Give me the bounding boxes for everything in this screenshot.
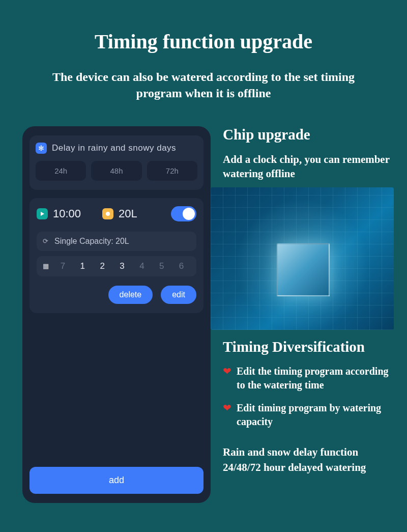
calendar-icon: ▦ xyxy=(43,262,49,270)
liters-icon xyxy=(102,208,113,219)
heart-icon: ❤ xyxy=(223,365,231,392)
delay-option-48h[interactable]: 48h xyxy=(91,161,141,181)
repeat-icon: ⟳ xyxy=(43,237,48,245)
svg-point-1 xyxy=(106,212,110,216)
day-1[interactable]: 1 xyxy=(74,261,92,271)
timing-diversification-title: Timing Diversification xyxy=(223,339,393,355)
day-7[interactable]: 7 xyxy=(54,261,72,271)
delay-option-72h[interactable]: 72h xyxy=(147,161,197,181)
snowflake-icon: ✻ xyxy=(36,143,47,154)
schedule-time: 10:00 xyxy=(53,207,81,220)
chip-upgrade-title: Chip upgrade xyxy=(223,126,393,143)
edit-button[interactable]: edit xyxy=(161,286,196,304)
schedule-card: 10:00 20L ⟳ Single Capacity: 20L ▦ 7 1 2… xyxy=(30,198,204,313)
day-3[interactable]: 3 xyxy=(113,261,131,271)
add-button[interactable]: add xyxy=(30,467,204,494)
capacity-label: Single Capacity: 20L xyxy=(54,237,129,246)
page-subtitle: The device can also be watered according… xyxy=(0,53,407,102)
phone-mockup: ✻ Delay in rainy and snowy days 24h 48h … xyxy=(22,126,211,503)
day-2[interactable]: 2 xyxy=(94,261,111,271)
chip-upgrade-body: Add a clock chip, you can remember water… xyxy=(223,152,393,181)
delete-button[interactable]: delete xyxy=(108,286,153,304)
timing-bullet-1: Edit the timing program according to the… xyxy=(237,365,393,392)
delay-option-24h[interactable]: 24h xyxy=(36,161,86,181)
day-5[interactable]: 5 xyxy=(153,261,170,271)
days-row[interactable]: ▦ 7 1 2 3 4 5 6 xyxy=(37,256,196,276)
rain-snow-footer: Rain and snow delay function 24/48/72 ho… xyxy=(223,445,393,475)
day-4[interactable]: 4 xyxy=(133,261,151,271)
schedule-toggle[interactable] xyxy=(171,206,196,221)
timing-bullet-2: Edit timing program by watering capacity xyxy=(237,401,393,429)
page-title: Timing function upgrade xyxy=(0,0,407,53)
schedule-liters: 20L xyxy=(119,207,137,220)
delay-card: ✻ Delay in rainy and snowy days 24h 48h … xyxy=(30,135,204,190)
heart-icon: ❤ xyxy=(223,401,231,429)
capacity-row[interactable]: ⟳ Single Capacity: 20L xyxy=(37,232,196,251)
play-icon xyxy=(37,208,48,219)
svg-marker-0 xyxy=(41,212,44,216)
chip-illustration xyxy=(211,187,394,330)
delay-title: Delay in rainy and snowy days xyxy=(52,143,176,153)
day-6[interactable]: 6 xyxy=(172,261,190,271)
